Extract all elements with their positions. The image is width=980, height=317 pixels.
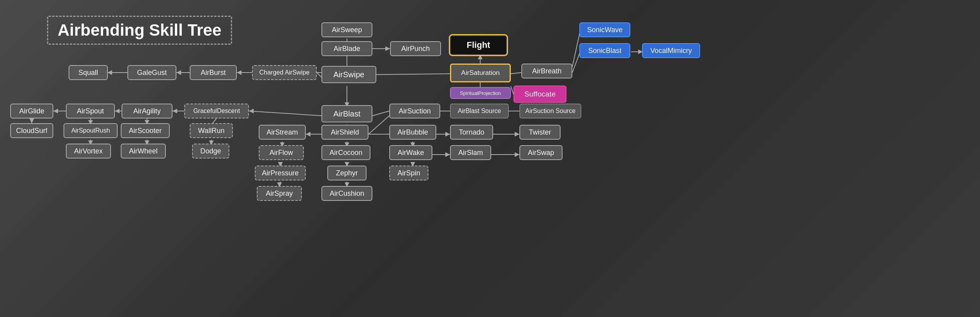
svg-marker-51 (306, 132, 310, 137)
node-airburst: AirBurst (190, 65, 237, 80)
svg-marker-36 (29, 118, 34, 123)
node-airspout: AirSpout (66, 104, 115, 118)
node-airbreath: AirBreath (521, 64, 572, 78)
node-airsuctionsource: AirSuction Source (519, 104, 581, 118)
node-airpressure: AirPressure (255, 166, 306, 180)
node-airstream: AirStream (259, 125, 306, 140)
node-airglide: AirGlide (10, 104, 53, 118)
node-airshield: AirShield (321, 125, 368, 140)
svg-line-20 (572, 52, 580, 73)
svg-line-19 (572, 31, 580, 67)
node-airagility: AirAgility (122, 104, 172, 118)
node-airblastsource: AirBlast Source (450, 104, 509, 118)
node-airblade: AirBlade (321, 41, 372, 56)
node-zephyr: Zephyr (327, 166, 367, 180)
svg-marker-30 (172, 109, 177, 113)
node-charged-airswipe: Charged AirSwipe (252, 65, 317, 80)
svg-marker-10 (237, 70, 241, 75)
node-airblast: AirBlast (321, 105, 372, 122)
node-sonicblast: SonicBlast (579, 43, 630, 58)
svg-marker-78 (515, 152, 519, 157)
node-vocalmimicry: VocalMimicry (642, 43, 700, 58)
node-airsweep: AirSweep (321, 22, 372, 37)
node-tornado: Tornado (450, 125, 493, 140)
node-airwake: AirWake (389, 145, 432, 160)
node-suffocate: Suffocate (514, 86, 566, 103)
svg-line-6 (317, 73, 321, 77)
node-airswipe: AirSwipe (321, 66, 376, 83)
node-wallrun: WallRun (190, 123, 233, 138)
node-squall: Squall (69, 65, 108, 80)
node-airswap: AirSwap (519, 145, 563, 160)
svg-marker-68 (445, 152, 450, 157)
node-aircocoon: AirCocoon (321, 145, 370, 160)
svg-line-48 (372, 111, 389, 116)
page-title: Airbending Skill Tree (58, 21, 221, 40)
svg-line-15 (376, 74, 450, 75)
svg-marker-32 (115, 109, 120, 113)
node-twister: Twister (519, 125, 561, 140)
node-airvortex: AirVortex (66, 144, 111, 158)
node-airslam: AirSlam (450, 145, 491, 160)
node-gracefuldescent: GracefulDescent (184, 104, 249, 118)
node-aircushion: AirCushion (321, 186, 372, 201)
svg-marker-34 (53, 109, 58, 113)
node-airwheel: AirWheel (121, 144, 166, 158)
svg-marker-28 (249, 109, 254, 113)
node-airscooter: AirScooter (121, 123, 170, 138)
node-galegust: GaleGust (127, 65, 176, 80)
svg-marker-14 (107, 70, 112, 75)
svg-line-24 (511, 86, 514, 94)
node-dodge: Dodge (192, 144, 229, 158)
svg-marker-76 (515, 132, 519, 137)
node-airspoutrush: AirSpoutRush (64, 123, 118, 138)
svg-line-27 (249, 111, 321, 116)
title-box: Airbending Skill Tree (47, 16, 232, 45)
node-airspray: AirSpray (257, 186, 302, 201)
node-airspin: AirSpin (389, 166, 428, 180)
svg-marker-3 (385, 46, 390, 51)
node-sonicwave: SonicWave (579, 22, 630, 37)
node-spiritualprojection: SpiritualProjection (450, 87, 511, 99)
node-airflow: AirFlow (259, 145, 304, 160)
svg-marker-18 (478, 55, 483, 59)
node-flight: Flight (450, 35, 507, 55)
svg-marker-74 (445, 132, 450, 137)
svg-marker-12 (176, 70, 181, 75)
svg-line-16 (511, 73, 521, 74)
node-airsuction: AirSuction (389, 104, 440, 118)
skill-tree-container: Airbending Skill Tree (0, 0, 980, 317)
node-airbubble: AirBubble (389, 125, 436, 140)
node-cloudsurf: CloudSurf (10, 123, 53, 138)
node-airpunch: AirPunch (390, 41, 441, 56)
node-airsaturation: AirSaturation (450, 64, 511, 82)
